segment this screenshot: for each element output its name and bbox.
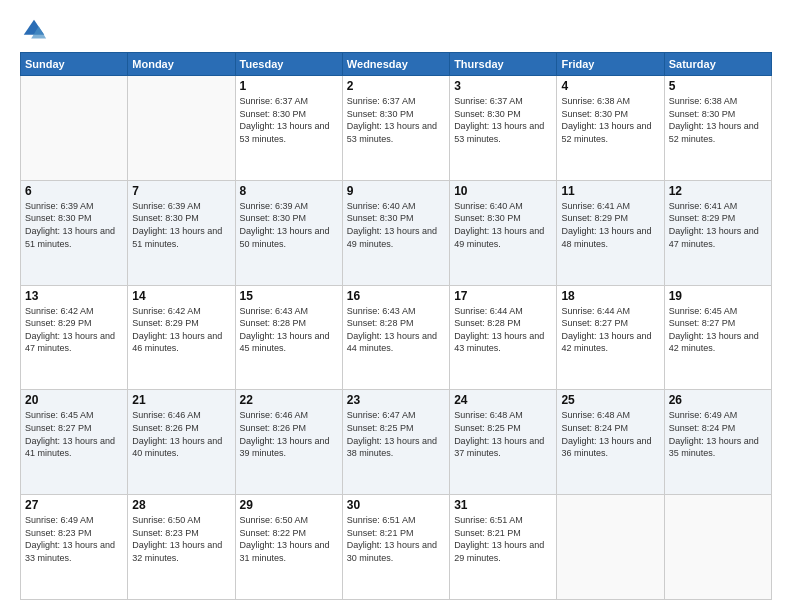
calendar-cell: 3Sunrise: 6:37 AMSunset: 8:30 PMDaylight…: [450, 76, 557, 181]
weekday-row: SundayMondayTuesdayWednesdayThursdayFrid…: [21, 53, 772, 76]
calendar-cell: 17Sunrise: 6:44 AMSunset: 8:28 PMDayligh…: [450, 285, 557, 390]
week-row-3: 20Sunrise: 6:45 AMSunset: 8:27 PMDayligh…: [21, 390, 772, 495]
day-number: 26: [669, 393, 767, 407]
calendar-header: SundayMondayTuesdayWednesdayThursdayFrid…: [21, 53, 772, 76]
calendar-table: SundayMondayTuesdayWednesdayThursdayFrid…: [20, 52, 772, 600]
weekday-header-monday: Monday: [128, 53, 235, 76]
day-info: Sunrise: 6:48 AMSunset: 8:24 PMDaylight:…: [561, 409, 659, 459]
day-info: Sunrise: 6:43 AMSunset: 8:28 PMDaylight:…: [347, 305, 445, 355]
day-info: Sunrise: 6:39 AMSunset: 8:30 PMDaylight:…: [240, 200, 338, 250]
day-info: Sunrise: 6:40 AMSunset: 8:30 PMDaylight:…: [347, 200, 445, 250]
day-info: Sunrise: 6:48 AMSunset: 8:25 PMDaylight:…: [454, 409, 552, 459]
calendar-cell: 10Sunrise: 6:40 AMSunset: 8:30 PMDayligh…: [450, 180, 557, 285]
calendar-cell: 20Sunrise: 6:45 AMSunset: 8:27 PMDayligh…: [21, 390, 128, 495]
weekday-header-tuesday: Tuesday: [235, 53, 342, 76]
day-number: 10: [454, 184, 552, 198]
calendar-cell: 6Sunrise: 6:39 AMSunset: 8:30 PMDaylight…: [21, 180, 128, 285]
calendar-cell: [664, 495, 771, 600]
weekday-header-friday: Friday: [557, 53, 664, 76]
calendar-cell: 25Sunrise: 6:48 AMSunset: 8:24 PMDayligh…: [557, 390, 664, 495]
day-number: 24: [454, 393, 552, 407]
calendar-cell: 14Sunrise: 6:42 AMSunset: 8:29 PMDayligh…: [128, 285, 235, 390]
calendar-cell: 30Sunrise: 6:51 AMSunset: 8:21 PMDayligh…: [342, 495, 449, 600]
calendar-cell: [557, 495, 664, 600]
calendar-cell: 5Sunrise: 6:38 AMSunset: 8:30 PMDaylight…: [664, 76, 771, 181]
calendar-cell: 7Sunrise: 6:39 AMSunset: 8:30 PMDaylight…: [128, 180, 235, 285]
calendar-cell: 19Sunrise: 6:45 AMSunset: 8:27 PMDayligh…: [664, 285, 771, 390]
calendar-cell: 23Sunrise: 6:47 AMSunset: 8:25 PMDayligh…: [342, 390, 449, 495]
day-number: 9: [347, 184, 445, 198]
day-info: Sunrise: 6:37 AMSunset: 8:30 PMDaylight:…: [240, 95, 338, 145]
day-number: 15: [240, 289, 338, 303]
day-number: 25: [561, 393, 659, 407]
calendar-cell: 29Sunrise: 6:50 AMSunset: 8:22 PMDayligh…: [235, 495, 342, 600]
day-number: 4: [561, 79, 659, 93]
page: SundayMondayTuesdayWednesdayThursdayFrid…: [0, 0, 792, 612]
day-info: Sunrise: 6:51 AMSunset: 8:21 PMDaylight:…: [454, 514, 552, 564]
calendar-cell: 26Sunrise: 6:49 AMSunset: 8:24 PMDayligh…: [664, 390, 771, 495]
day-number: 6: [25, 184, 123, 198]
day-number: 3: [454, 79, 552, 93]
day-info: Sunrise: 6:46 AMSunset: 8:26 PMDaylight:…: [132, 409, 230, 459]
calendar-body: 1Sunrise: 6:37 AMSunset: 8:30 PMDaylight…: [21, 76, 772, 600]
week-row-1: 6Sunrise: 6:39 AMSunset: 8:30 PMDaylight…: [21, 180, 772, 285]
calendar-cell: 28Sunrise: 6:50 AMSunset: 8:23 PMDayligh…: [128, 495, 235, 600]
day-info: Sunrise: 6:44 AMSunset: 8:28 PMDaylight:…: [454, 305, 552, 355]
day-info: Sunrise: 6:50 AMSunset: 8:22 PMDaylight:…: [240, 514, 338, 564]
day-number: 11: [561, 184, 659, 198]
day-number: 21: [132, 393, 230, 407]
week-row-4: 27Sunrise: 6:49 AMSunset: 8:23 PMDayligh…: [21, 495, 772, 600]
day-number: 13: [25, 289, 123, 303]
day-info: Sunrise: 6:45 AMSunset: 8:27 PMDaylight:…: [669, 305, 767, 355]
calendar-cell: 31Sunrise: 6:51 AMSunset: 8:21 PMDayligh…: [450, 495, 557, 600]
day-number: 20: [25, 393, 123, 407]
weekday-header-thursday: Thursday: [450, 53, 557, 76]
calendar-cell: 16Sunrise: 6:43 AMSunset: 8:28 PMDayligh…: [342, 285, 449, 390]
day-info: Sunrise: 6:39 AMSunset: 8:30 PMDaylight:…: [25, 200, 123, 250]
day-info: Sunrise: 6:37 AMSunset: 8:30 PMDaylight:…: [347, 95, 445, 145]
day-number: 31: [454, 498, 552, 512]
day-number: 30: [347, 498, 445, 512]
day-info: Sunrise: 6:43 AMSunset: 8:28 PMDaylight:…: [240, 305, 338, 355]
day-number: 12: [669, 184, 767, 198]
logo: [20, 16, 52, 44]
calendar-cell: 12Sunrise: 6:41 AMSunset: 8:29 PMDayligh…: [664, 180, 771, 285]
day-info: Sunrise: 6:41 AMSunset: 8:29 PMDaylight:…: [669, 200, 767, 250]
day-info: Sunrise: 6:42 AMSunset: 8:29 PMDaylight:…: [25, 305, 123, 355]
logo-icon: [20, 16, 48, 44]
calendar-cell: 27Sunrise: 6:49 AMSunset: 8:23 PMDayligh…: [21, 495, 128, 600]
day-info: Sunrise: 6:44 AMSunset: 8:27 PMDaylight:…: [561, 305, 659, 355]
day-number: 16: [347, 289, 445, 303]
calendar-cell: 21Sunrise: 6:46 AMSunset: 8:26 PMDayligh…: [128, 390, 235, 495]
calendar-cell: 11Sunrise: 6:41 AMSunset: 8:29 PMDayligh…: [557, 180, 664, 285]
day-info: Sunrise: 6:42 AMSunset: 8:29 PMDaylight:…: [132, 305, 230, 355]
calendar-cell: 2Sunrise: 6:37 AMSunset: 8:30 PMDaylight…: [342, 76, 449, 181]
day-number: 1: [240, 79, 338, 93]
calendar-cell: 15Sunrise: 6:43 AMSunset: 8:28 PMDayligh…: [235, 285, 342, 390]
day-info: Sunrise: 6:39 AMSunset: 8:30 PMDaylight:…: [132, 200, 230, 250]
day-number: 28: [132, 498, 230, 512]
day-info: Sunrise: 6:49 AMSunset: 8:23 PMDaylight:…: [25, 514, 123, 564]
day-number: 8: [240, 184, 338, 198]
weekday-header-saturday: Saturday: [664, 53, 771, 76]
day-number: 5: [669, 79, 767, 93]
weekday-header-wednesday: Wednesday: [342, 53, 449, 76]
day-info: Sunrise: 6:40 AMSunset: 8:30 PMDaylight:…: [454, 200, 552, 250]
day-info: Sunrise: 6:38 AMSunset: 8:30 PMDaylight:…: [561, 95, 659, 145]
calendar-cell: 9Sunrise: 6:40 AMSunset: 8:30 PMDaylight…: [342, 180, 449, 285]
day-number: 23: [347, 393, 445, 407]
day-info: Sunrise: 6:47 AMSunset: 8:25 PMDaylight:…: [347, 409, 445, 459]
calendar-cell: 24Sunrise: 6:48 AMSunset: 8:25 PMDayligh…: [450, 390, 557, 495]
day-number: 17: [454, 289, 552, 303]
calendar-cell: 13Sunrise: 6:42 AMSunset: 8:29 PMDayligh…: [21, 285, 128, 390]
day-number: 22: [240, 393, 338, 407]
calendar-cell: 22Sunrise: 6:46 AMSunset: 8:26 PMDayligh…: [235, 390, 342, 495]
header: [20, 16, 772, 44]
calendar-cell: 8Sunrise: 6:39 AMSunset: 8:30 PMDaylight…: [235, 180, 342, 285]
day-info: Sunrise: 6:41 AMSunset: 8:29 PMDaylight:…: [561, 200, 659, 250]
calendar-cell: [128, 76, 235, 181]
weekday-header-sunday: Sunday: [21, 53, 128, 76]
week-row-2: 13Sunrise: 6:42 AMSunset: 8:29 PMDayligh…: [21, 285, 772, 390]
calendar-cell: 1Sunrise: 6:37 AMSunset: 8:30 PMDaylight…: [235, 76, 342, 181]
calendar-cell: [21, 76, 128, 181]
